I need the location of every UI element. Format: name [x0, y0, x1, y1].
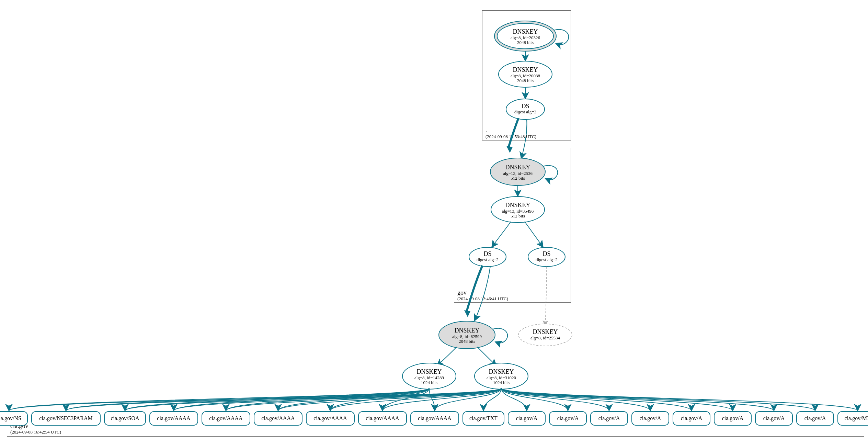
node-root-ds: DS digest alg=2 — [506, 99, 545, 120]
node-cia-grey: DNSKEY alg=8, id=25534 — [518, 324, 572, 346]
node-gov-ds1: DS digest alg=2 — [469, 247, 506, 267]
node-root-zsk: DNSKEY alg=8, id=20038 2048 bits — [499, 61, 552, 87]
node-root-ksk: DNSKEY alg=8, id=20326 2048 bits — [494, 21, 556, 51]
node-gov-ds2: DS digest alg=2 — [528, 247, 565, 267]
svg-text:DNSKEY: DNSKEY — [505, 202, 530, 209]
rr-label-9: cia.gov/TXT — [469, 415, 498, 421]
zone-cia-ts: (2024-09-08 16:42:54 UTC) — [10, 429, 61, 435]
svg-text:DS: DS — [542, 250, 550, 257]
svg-text:2048 bits: 2048 bits — [517, 40, 534, 45]
arrowhead-gov-cia-thick — [464, 310, 470, 317]
edge-root-gov-thick — [508, 118, 518, 148]
rr-label-11: cia.gov/A — [557, 415, 579, 421]
zone-root-label: . — [486, 127, 487, 134]
rr-label-17: cia.gov/A — [804, 415, 826, 421]
edge-root-gov-thin — [521, 120, 527, 159]
node-gov-ksk: DNSKEY alg=13, id=2536 512 bits — [490, 158, 545, 185]
rr-label-7: cia.gov/AAAA — [366, 415, 399, 421]
svg-text:digest alg=2: digest alg=2 — [514, 109, 536, 114]
svg-text:1024 bits: 1024 bits — [421, 380, 437, 385]
rr-label-13: cia.gov/A — [640, 415, 661, 421]
svg-text:DS: DS — [483, 250, 491, 257]
svg-text:alg=8, id=31020: alg=8, id=31020 — [487, 375, 516, 380]
svg-text:digest alg=2: digest alg=2 — [477, 257, 499, 262]
rr-label-8: cia.gov/AAAA — [418, 415, 452, 421]
node-cia-ksk: DNSKEY alg=8, id=62599 2048 bits — [439, 321, 495, 349]
edge-gov-zsk-ds1 — [492, 222, 511, 247]
rr-label-18: cia.gov/MX — [845, 415, 868, 421]
svg-text:DNSKEY: DNSKEY — [416, 368, 442, 375]
node-cia-zsk1: DNSKEY alg=8, id=14289 1024 bits — [402, 363, 456, 389]
rr-label-5: cia.gov/AAAA — [261, 415, 295, 421]
rr-label-1: cia.gov/NSEC3PARAM — [39, 415, 92, 421]
svg-text:DNSKEY: DNSKEY — [505, 164, 530, 171]
rr-label-2: cia.gov/SOA — [111, 415, 139, 421]
svg-text:digest alg=2: digest alg=2 — [536, 257, 558, 262]
rr-label-16: cia.gov/A — [763, 415, 785, 421]
rr-label-14: cia.gov/A — [681, 415, 703, 421]
zone-gov-label: gov — [457, 289, 467, 296]
rr-label-6: cia.gov/AAAA — [313, 415, 347, 421]
svg-text:DNSKEY: DNSKEY — [533, 328, 558, 335]
edge-gov-ds2-grey — [545, 267, 547, 326]
svg-text:DNSKEY: DNSKEY — [454, 327, 479, 334]
rr-label-12: cia.gov/A — [598, 415, 620, 421]
rr-label-0: cia.gov/NS — [0, 415, 21, 421]
svg-text:DS: DS — [521, 103, 529, 110]
svg-text:alg=8, id=62599: alg=8, id=62599 — [452, 334, 482, 339]
edge-cia-ksk-zsk1 — [437, 347, 457, 366]
rr-label-10: cia.gov/A — [516, 415, 538, 421]
node-gov-zsk: DNSKEY alg=13, id=35496 512 bits — [491, 196, 545, 223]
svg-text:512 bits: 512 bits — [511, 213, 525, 218]
node-cia-zsk2: DNSKEY alg=8, id=31020 1024 bits — [475, 363, 528, 389]
arrowhead-root-gov-thick — [506, 146, 513, 153]
rr-label-15: cia.gov/A — [722, 415, 744, 421]
rr-label-4: cia.gov/AAAA — [209, 415, 243, 421]
edge-gov-zsk-ds2 — [525, 222, 543, 247]
svg-text:alg=8, id=20326: alg=8, id=20326 — [511, 35, 540, 40]
svg-text:alg=8, id=14289: alg=8, id=14289 — [414, 375, 444, 380]
svg-text:2048 bits: 2048 bits — [517, 78, 534, 83]
svg-text:512 bits: 512 bits — [511, 176, 525, 181]
edge-cia-ksk-zsk2 — [477, 347, 496, 366]
rr-label-3: cia.gov/AAAA — [157, 415, 191, 421]
svg-text:alg=8, id=25534: alg=8, id=25534 — [530, 335, 560, 340]
edge-gov-cia-thin — [475, 266, 490, 321]
svg-text:2048 bits: 2048 bits — [459, 339, 475, 344]
svg-text:1024 bits: 1024 bits — [493, 380, 510, 385]
edge-gov-cia-thick — [466, 266, 482, 313]
svg-text:DNSKEY: DNSKEY — [513, 66, 538, 73]
svg-text:DNSKEY: DNSKEY — [489, 368, 514, 375]
svg-text:alg=13, id=2536: alg=13, id=2536 — [503, 171, 533, 176]
svg-text:alg=8, id=20038: alg=8, id=20038 — [511, 73, 540, 78]
svg-text:DNSKEY: DNSKEY — [513, 28, 538, 35]
svg-text:alg=13, id=35496: alg=13, id=35496 — [502, 209, 534, 214]
